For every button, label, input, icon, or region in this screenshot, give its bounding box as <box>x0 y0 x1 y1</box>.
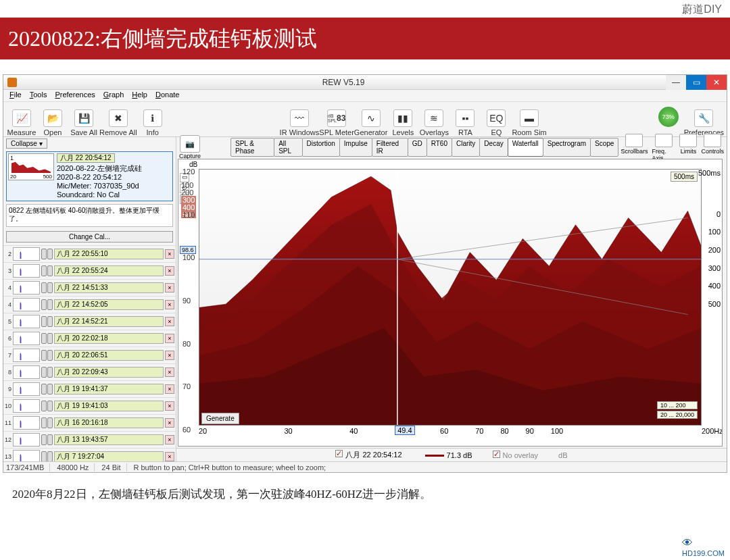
plot-area[interactable] <box>199 169 702 426</box>
measurement-row[interactable]: 11八月 16 20:16:18× <box>3 414 176 431</box>
tab-spectrogram[interactable]: Spectrogram <box>543 138 591 157</box>
capture-button[interactable]: 📷 <box>180 135 200 153</box>
menu-preferences[interactable]: Preferences <box>51 90 98 101</box>
drag-handle-icon[interactable] <box>47 434 53 445</box>
tool-scrollbars[interactable]: Scrollbars <box>620 134 648 161</box>
tab-splphase[interactable]: SPL & Phase <box>230 138 274 157</box>
toolbar-generator[interactable]: ∿Generator <box>354 104 388 136</box>
drag-handle-icon[interactable] <box>47 417 53 428</box>
toolbar-remove-all[interactable]: ✖Remove All <box>99 104 137 136</box>
drag-handle-icon[interactable] <box>47 451 53 461</box>
drag-handle-icon[interactable] <box>41 434 47 445</box>
tool-limits[interactable]: Limits <box>679 134 697 161</box>
measurement-date[interactable]: 八月 22 20:54:12 <box>57 153 115 163</box>
measurement-date[interactable]: 八月 22 14:52:05 <box>54 299 164 310</box>
menu-help[interactable]: Help <box>128 90 151 101</box>
drag-handle-icon[interactable] <box>47 333 53 344</box>
generate-button[interactable]: Generate <box>201 413 239 424</box>
toolbar-save-all[interactable]: 💾Save All <box>68 104 99 136</box>
measurement-date[interactable]: 八月 20 22:02:18 <box>54 333 164 344</box>
waterfall-chart[interactable]: ▭⊙↕ dB 100200300400500 12011010090807060… <box>178 159 723 447</box>
remove-measurement-icon[interactable]: × <box>165 334 174 343</box>
remove-measurement-icon[interactable]: × <box>165 300 174 309</box>
measurement-date[interactable]: 八月 20 22:06:51 <box>54 350 164 361</box>
drag-handle-icon[interactable] <box>41 451 47 461</box>
toolbar-eq[interactable]: EQEQ <box>481 104 512 136</box>
drag-handle-icon[interactable] <box>41 299 47 310</box>
measurement-row[interactable]: 4八月 22 14:52:05× <box>3 296 176 313</box>
measurement-row[interactable]: 6八月 20 22:02:18× <box>3 330 176 347</box>
maximize-button[interactable]: ▭ <box>686 75 706 90</box>
measurement-row[interactable]: 8八月 20 22:09:43× <box>3 363 176 380</box>
measurement-row[interactable]: 9八月 19 19:41:37× <box>3 380 176 397</box>
drag-handle-icon[interactable] <box>47 282 53 293</box>
remove-measurement-icon[interactable]: × <box>165 367 174 377</box>
toolbar-overlays[interactable]: ≋Overlays <box>418 104 449 136</box>
measurement-date[interactable]: 八月 22 14:51:33 <box>54 282 164 293</box>
measurement-row[interactable]: 10八月 19 19:41:03× <box>3 397 176 414</box>
tool-controls[interactable]: Controls <box>701 134 724 161</box>
drag-handle-icon[interactable] <box>47 350 53 361</box>
tab-allspl[interactable]: All SPL <box>274 138 302 157</box>
measurement-date[interactable]: 八月 19 19:41:03 <box>54 401 164 411</box>
measurement-row[interactable]: 2八月 22 20:55:10× <box>3 245 176 262</box>
remove-measurement-icon[interactable]: × <box>165 401 174 411</box>
menu-tools[interactable]: Tools <box>26 90 51 101</box>
measurement-date[interactable]: 八月 22 14:52:21 <box>54 316 164 327</box>
drag-handle-icon[interactable] <box>47 249 53 259</box>
remove-measurement-icon[interactable]: × <box>165 452 174 461</box>
measurement-row[interactable]: 12八月 13 19:43:57× <box>3 431 176 448</box>
zoom-range[interactable]: 20 ... 20,000 <box>657 411 698 419</box>
measurement-date[interactable]: 八月 13 19:43:57 <box>54 434 164 445</box>
toolbar-levels[interactable]: ▮▮Levels <box>387 104 418 136</box>
tab-waterfall[interactable]: Waterfall <box>508 138 543 157</box>
toolbar-ir-windows[interactable]: 〰IR Windows <box>280 104 320 136</box>
drag-handle-icon[interactable] <box>41 249 47 259</box>
remove-measurement-icon[interactable]: × <box>165 249 174 259</box>
legend-checkbox[interactable] <box>335 450 343 457</box>
drag-handle-icon[interactable] <box>47 316 53 327</box>
collapse-button[interactable]: Collapse ▾ <box>6 138 47 149</box>
drag-handle-icon[interactable] <box>47 384 53 394</box>
measurement-row[interactable]: 5八月 22 14:52:21× <box>3 313 176 330</box>
drag-handle-icon[interactable] <box>47 265 53 276</box>
tab-impulse[interactable]: Impulse <box>339 138 372 157</box>
drag-handle-icon[interactable] <box>41 367 47 378</box>
close-button[interactable]: ✕ <box>706 75 727 90</box>
change-cal-button[interactable]: Change Cal... <box>6 231 173 243</box>
tab-clarity[interactable]: Clarity <box>452 138 480 157</box>
remove-measurement-icon[interactable]: × <box>165 283 174 292</box>
toolbar-room-sim[interactable]: ▬Room Sim <box>512 104 546 136</box>
measurement-date[interactable]: 八月 22 20:55:24 <box>54 265 164 276</box>
measurement-row[interactable]: 4八月 22 14:51:33× <box>3 279 176 296</box>
measurement-date[interactable]: 八月 20 22:09:43 <box>54 367 164 378</box>
menu-donate[interactable]: Donate <box>152 90 182 101</box>
drag-handle-icon[interactable] <box>41 316 47 327</box>
tab-scope[interactable]: Scope <box>590 138 618 157</box>
drag-handle-icon[interactable] <box>41 350 47 361</box>
zoom-range-badges[interactable]: 10 ... 20020 ... 20,000 <box>657 401 698 419</box>
measurement-date[interactable]: 八月 7 19:27:04 <box>54 451 164 461</box>
drag-handle-icon[interactable] <box>47 367 53 378</box>
drag-handle-icon[interactable] <box>47 401 53 411</box>
toolbar-preferences[interactable]: 🔧Preferences <box>684 104 724 136</box>
menu-graph[interactable]: Graph <box>100 90 128 101</box>
measurement-row[interactable]: 7八月 20 22:06:51× <box>3 347 176 363</box>
toolbar-open[interactable]: 📂Open <box>37 104 68 136</box>
menu-file[interactable]: File <box>6 90 25 101</box>
remove-measurement-icon[interactable]: × <box>165 317 174 326</box>
toolbar-info[interactable]: ℹInfo <box>137 104 168 136</box>
overlay-checkbox[interactable] <box>493 451 500 458</box>
tab-gd[interactable]: GD <box>408 138 427 157</box>
remove-measurement-icon[interactable]: × <box>165 266 174 276</box>
tab-decay[interactable]: Decay <box>479 138 508 157</box>
drag-handle-icon[interactable] <box>41 282 47 293</box>
tab-filteredir[interactable]: Filtered IR <box>372 138 408 157</box>
remove-measurement-icon[interactable]: × <box>165 418 174 428</box>
tool-freqaxis[interactable]: Freq. Axis <box>652 134 675 161</box>
drag-handle-icon[interactable] <box>41 401 47 411</box>
tab-rt[interactable]: RT60 <box>427 138 452 157</box>
toolbar-spl-meter[interactable]: dB SPL83SPL Meter <box>319 104 354 136</box>
measurement-row[interactable]: 13八月 7 19:27:04× <box>3 448 176 461</box>
drag-handle-icon[interactable] <box>41 333 47 344</box>
